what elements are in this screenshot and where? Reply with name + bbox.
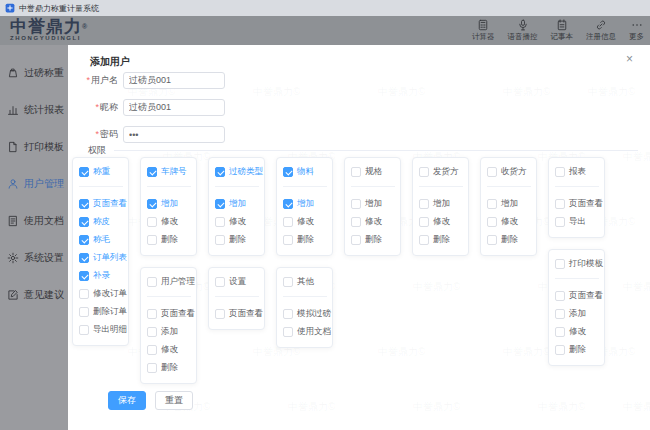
checkbox-icon[interactable] <box>487 199 497 209</box>
checkbox-icon[interactable] <box>79 167 89 177</box>
permission-item[interactable]: 修改订单 <box>79 288 123 300</box>
checkbox-icon[interactable] <box>79 253 89 263</box>
checkbox-icon[interactable] <box>419 199 429 209</box>
checkbox-icon[interactable] <box>555 199 565 209</box>
sidebar-item-system-settings[interactable]: 系统设置 <box>0 239 68 276</box>
checkbox-icon[interactable] <box>351 167 361 177</box>
password-input[interactable] <box>123 126 225 143</box>
permission-item[interactable]: 称毛 <box>79 234 123 246</box>
permission-item[interactable]: 删除 <box>419 234 463 246</box>
permission-item[interactable]: 订单列表 <box>79 252 123 264</box>
permission-item[interactable]: 删除 <box>147 362 191 374</box>
checkbox-icon[interactable] <box>147 167 157 177</box>
permission-item[interactable]: 页面查看 <box>555 290 599 302</box>
permission-item[interactable]: 删除 <box>147 234 191 246</box>
sidebar-item-reports[interactable]: 统计报表 <box>0 91 68 128</box>
permission-item[interactable]: 修改 <box>215 216 259 228</box>
header-action-notepad[interactable]: 记事本 <box>551 19 574 42</box>
checkbox-icon[interactable] <box>283 277 293 287</box>
checkbox-icon[interactable] <box>351 199 361 209</box>
header-action-voice[interactable]: 语音播控 <box>508 19 538 42</box>
checkbox-icon[interactable] <box>487 167 497 177</box>
sidebar-item-weighing[interactable]: 过磅称重 <box>0 54 68 91</box>
username-input[interactable] <box>123 72 225 89</box>
checkbox-icon[interactable] <box>555 345 565 355</box>
permission-item[interactable]: 页面查看 <box>147 308 191 320</box>
checkbox-icon[interactable] <box>555 217 565 227</box>
checkbox-icon[interactable] <box>79 289 89 299</box>
checkbox-icon[interactable] <box>79 325 89 335</box>
sidebar-item-usage-docs[interactable]: 使用文档 <box>0 202 68 239</box>
permission-item[interactable]: 删除 <box>283 234 327 246</box>
reset-button[interactable]: 重置 <box>155 391 193 410</box>
checkbox-icon[interactable] <box>555 259 565 269</box>
checkbox-icon[interactable] <box>215 235 225 245</box>
checkbox-icon[interactable] <box>283 199 293 209</box>
sidebar-item-print-template[interactable]: 打印模板 <box>0 128 68 165</box>
checkbox-icon[interactable] <box>215 309 225 319</box>
checkbox-icon[interactable] <box>215 217 225 227</box>
permission-group-header[interactable]: 过磅类型 <box>215 166 259 187</box>
permission-item[interactable]: 修改 <box>283 216 327 228</box>
permission-item[interactable]: 添加 <box>555 308 599 320</box>
permission-item[interactable]: 添加 <box>147 326 191 338</box>
header-action-more[interactable]: 更多 <box>629 19 644 42</box>
permission-item[interactable]: 增加 <box>419 198 463 210</box>
permission-item[interactable]: 增加 <box>215 198 259 210</box>
permission-group-header[interactable]: 打印模板 <box>555 258 599 279</box>
permission-item[interactable]: 称皮 <box>79 216 123 228</box>
checkbox-icon[interactable] <box>147 217 157 227</box>
permission-item[interactable]: 修改 <box>419 216 463 228</box>
checkbox-icon[interactable] <box>351 217 361 227</box>
permission-group-header[interactable]: 报表 <box>555 166 599 187</box>
permission-group-header[interactable]: 设置 <box>215 276 259 297</box>
checkbox-icon[interactable] <box>147 363 157 373</box>
permission-item[interactable]: 页面查看 <box>79 198 123 210</box>
checkbox-icon[interactable] <box>487 235 497 245</box>
checkbox-icon[interactable] <box>351 235 361 245</box>
nickname-input[interactable] <box>123 99 225 116</box>
checkbox-icon[interactable] <box>147 327 157 337</box>
checkbox-icon[interactable] <box>79 271 89 281</box>
checkbox-icon[interactable] <box>555 309 565 319</box>
permission-item[interactable]: 增加 <box>147 198 191 210</box>
sidebar-item-feedback[interactable]: 意见建议 <box>0 276 68 313</box>
checkbox-icon[interactable] <box>147 345 157 355</box>
checkbox-icon[interactable] <box>79 199 89 209</box>
checkbox-icon[interactable] <box>215 199 225 209</box>
permission-item[interactable]: 修改 <box>147 216 191 228</box>
permission-group-header[interactable]: 发货方 <box>419 166 463 187</box>
checkbox-icon[interactable] <box>283 235 293 245</box>
header-action-calculator[interactable]: 计算器 <box>472 19 495 42</box>
permission-item[interactable]: 使用文档 <box>283 326 327 338</box>
checkbox-icon[interactable] <box>147 277 157 287</box>
checkbox-icon[interactable] <box>215 167 225 177</box>
checkbox-icon[interactable] <box>79 235 89 245</box>
permission-item[interactable]: 删除 <box>215 234 259 246</box>
checkbox-icon[interactable] <box>283 309 293 319</box>
permission-item[interactable]: 修改 <box>555 326 599 338</box>
permission-item[interactable]: 修改 <box>351 216 395 228</box>
permission-item[interactable]: 删除 <box>351 234 395 246</box>
save-button[interactable]: 保存 <box>108 391 146 410</box>
permission-item[interactable]: 增加 <box>283 198 327 210</box>
header-action-register[interactable]: 注册信息 <box>586 19 616 42</box>
permission-group-header[interactable]: 收货方 <box>487 166 531 187</box>
permission-item[interactable]: 删除 <box>555 344 599 356</box>
permission-group-header[interactable]: 用户管理 <box>147 276 191 297</box>
permission-item[interactable]: 页面查看 <box>215 308 259 320</box>
permission-item[interactable]: 增加 <box>351 198 395 210</box>
permission-group-header[interactable]: 规格 <box>351 166 395 187</box>
checkbox-icon[interactable] <box>419 235 429 245</box>
permission-group-header[interactable]: 车牌号 <box>147 166 191 187</box>
permission-item[interactable]: 补录 <box>79 270 123 282</box>
checkbox-icon[interactable] <box>79 217 89 227</box>
permission-item[interactable]: 模拟过磅 <box>283 308 327 320</box>
permission-item[interactable]: 增加 <box>487 198 531 210</box>
permission-group-header[interactable]: 称重 <box>79 166 123 187</box>
permission-item[interactable]: 导出明细 <box>79 324 123 336</box>
checkbox-icon[interactable] <box>79 307 89 317</box>
checkbox-icon[interactable] <box>283 167 293 177</box>
checkbox-icon[interactable] <box>555 167 565 177</box>
permission-item[interactable]: 导出 <box>555 216 599 228</box>
